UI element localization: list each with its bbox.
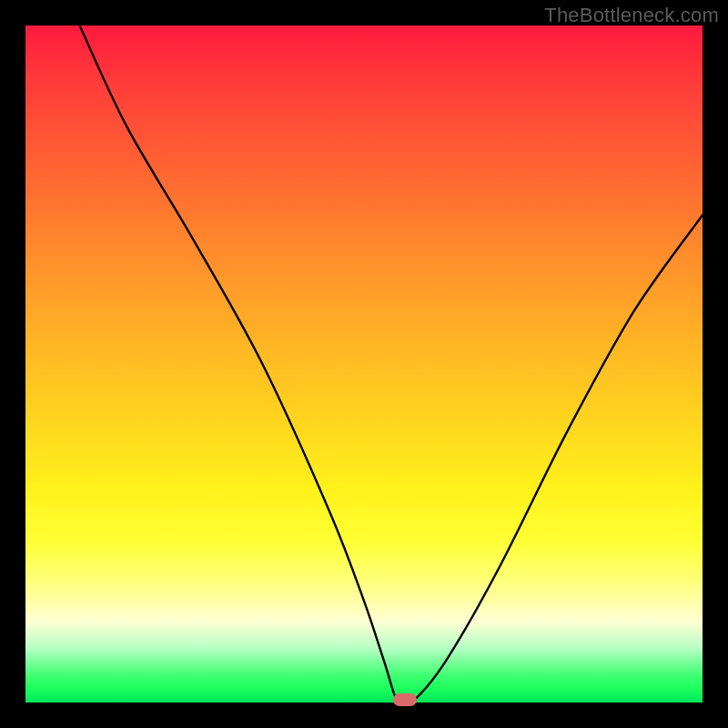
optimal-marker [393,693,417,706]
chart-frame: TheBottleneck.com [0,0,728,728]
plot-area [25,25,703,703]
bottleneck-curve [25,25,703,703]
watermark-text: TheBottleneck.com [544,4,719,27]
